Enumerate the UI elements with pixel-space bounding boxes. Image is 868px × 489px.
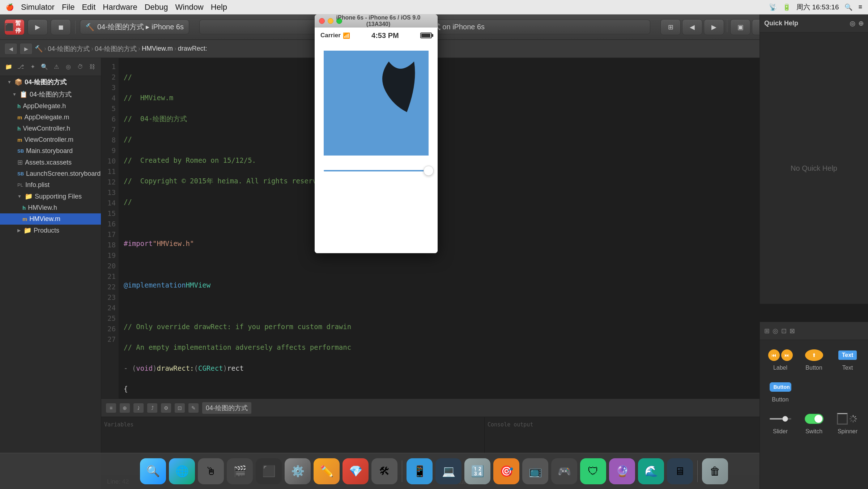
menubar-menu-icon[interactable]: ≡ (858, 3, 862, 11)
breakpoint-btn[interactable]: ⊡ (174, 403, 185, 413)
trace-btn[interactable]: ⤴ (147, 403, 158, 413)
nav-item-viewcontrollerm[interactable]: m ViewController.m (0, 134, 101, 145)
run-button[interactable]: ▶ (27, 19, 48, 35)
nav-item-products[interactable]: ▶ 📁 Products (0, 225, 101, 236)
ui-comp-segmented[interactable]: Button 1 2 Button (763, 375, 797, 407)
editor-view-btn[interactable]: ⊞ (660, 19, 681, 35)
dock-sketch[interactable]: ✏️ (314, 458, 340, 484)
quick-help-icon-1[interactable]: ◎ (850, 20, 855, 27)
ui-comp-spinner[interactable]: Spinner (831, 407, 864, 439)
iphone-slider-track[interactable] (324, 170, 429, 171)
menu-help[interactable]: Help (211, 3, 227, 12)
nav-item-hmviewh[interactable]: h HMView.h (0, 202, 101, 213)
ui-comp-text-text: Text (842, 365, 853, 371)
scheme-selector[interactable]: 🔨 04-绘图的方式 ▸ iPhone 6s (80, 20, 189, 34)
breadcrumb-segment-1[interactable]: 🔨 (35, 45, 43, 53)
nav-item-assets[interactable]: ⊞ Assets.xcassets (0, 157, 101, 168)
nav-item-hmviewm[interactable]: m HMView.m (0, 213, 101, 225)
code-content[interactable]: // // HMView.m // 04-绘图的方式 // // Created… (119, 58, 868, 399)
dock-app10[interactable]: 🛡 (580, 458, 606, 484)
jump-btn[interactable]: ⤸ (133, 403, 144, 413)
quick-help-icon-2[interactable]: ⊕ (858, 20, 864, 27)
nav-search-btn[interactable]: 🔍 (39, 61, 50, 73)
editor-single-btn[interactable]: ▣ (730, 19, 750, 35)
code-line-5: // Created by Romeo on 15/12/5. (124, 155, 863, 166)
dock-media[interactable]: 🎬 (227, 458, 253, 484)
nav-history-btn[interactable]: ⏱ (75, 61, 86, 73)
nav-test-btn[interactable]: ◎ (63, 61, 74, 73)
menu-debug[interactable]: Debug (145, 3, 168, 12)
ui-comp-label[interactable]: ⏮ ⏭ Label (763, 344, 797, 375)
nav-item-launchscreen[interactable]: SB LaunchScreen.storyboard (0, 168, 101, 179)
ui-comp-empty-1 (797, 375, 831, 407)
ui-comp-button[interactable]: ⬆ Button (797, 344, 831, 375)
stop-square-button[interactable]: ◼ (51, 19, 71, 35)
nav-item-appdelegateh[interactable]: h AppDelegate.h (0, 101, 101, 112)
nav-item-viewcontrollerh[interactable]: h ViewController.h (0, 123, 101, 134)
dock-app1[interactable]: ⚙️ (285, 458, 311, 484)
nav-break-btn[interactable]: ⛓ (86, 61, 98, 73)
apple-menu[interactable]: 🍎 (6, 3, 14, 11)
dock-app12[interactable]: 🌊 (638, 458, 664, 484)
dock-app9[interactable]: 🎮 (551, 458, 577, 484)
breadcrumb-current[interactable]: drawRect: (178, 45, 207, 52)
menu-hardware[interactable]: Hardware (103, 3, 137, 12)
back-nav-btn[interactable]: ◀ (682, 19, 702, 35)
dock-app4[interactable]: 📱 (407, 458, 433, 484)
nav-git-btn[interactable]: ⎇ (15, 61, 26, 73)
nav-item-project[interactable]: ▼ 📋 04-绘图的方式 (0, 88, 101, 101)
nav-item-infoplist[interactable]: PL Info.plist (0, 179, 101, 191)
ui-comp-slider[interactable]: Slider (763, 407, 797, 439)
dock-finder[interactable]: 🔍 (140, 458, 166, 484)
ui-comp-icon-1[interactable]: ⊞ (764, 327, 770, 335)
simulator-title: iPhone 6s - iPhone 6s / iOS 9.0 (13A340) (323, 14, 433, 27)
bookmark-btn[interactable]: ⊕ (119, 403, 130, 413)
menu-file[interactable]: File (62, 3, 75, 12)
menu-simulator[interactable]: Simulator (21, 3, 55, 12)
dock-mouse[interactable]: 🖱 (198, 458, 224, 484)
nav-forward-button[interactable]: ▶ (20, 43, 33, 55)
dock-app2[interactable]: 💎 (342, 458, 369, 484)
nav-warning-btn[interactable]: ⚠ (51, 61, 62, 73)
ui-comp-icon-2[interactable]: ◎ (773, 327, 778, 335)
simulator-window: iPhone 6s - iPhone 6s / iOS 9.0 (13A340)… (315, 14, 438, 253)
bottom-scheme-label[interactable]: 04-绘图的方式 (202, 402, 252, 414)
code-area[interactable]: 12345 678910 1112131415 1617181920 21222… (101, 58, 868, 399)
breadcrumb-segment-2[interactable]: 04-绘图的方式 (48, 44, 90, 53)
nav-item-mainstoryboard[interactable]: SB Main.storyboard (0, 145, 101, 157)
dock-app8[interactable]: 📺 (522, 458, 548, 484)
dock-safari[interactable]: 🌐 (169, 458, 195, 484)
forward-nav-btn[interactable]: ▶ (704, 19, 724, 35)
dock-app5[interactable]: 💻 (435, 458, 461, 484)
ui-comp-switch[interactable]: Switch (797, 407, 831, 439)
dock-cmd[interactable]: ⬛ (256, 458, 282, 484)
menu-window[interactable]: Window (175, 3, 204, 12)
dock-app13[interactable]: 🖥 (667, 458, 693, 484)
more-btn[interactable]: ✎ (188, 403, 199, 413)
breadcrumb-segment-4[interactable]: HMView.m (142, 45, 173, 52)
stop-button[interactable]: ⬛ 暂停 (4, 19, 25, 35)
nav-symbol-btn[interactable]: ✦ (27, 61, 38, 73)
menubar-search[interactable]: 🔍 (844, 3, 852, 11)
fix-btn[interactable]: ⚙ (161, 403, 171, 413)
ui-comp-text[interactable]: Text Text (831, 344, 864, 375)
code-editor: 12345 678910 1112131415 1617181920 21222… (101, 58, 868, 489)
gutter-btn[interactable]: ≡ (106, 403, 116, 413)
ui-comp-icon-4[interactable]: ⊠ (790, 327, 795, 335)
breadcrumb-segment-3[interactable]: 04-绘图的方式 (95, 44, 137, 53)
quick-help-title: Quick Help (764, 20, 798, 27)
dock-app11[interactable]: 🔮 (609, 458, 635, 484)
ui-comp-icon-3[interactable]: ⊡ (781, 327, 787, 335)
dock-app7[interactable]: 🎯 (493, 458, 519, 484)
iphone-slider-thumb[interactable] (424, 166, 434, 176)
nav-item-appdelegatem[interactable]: m AppDelegate.m (0, 112, 101, 123)
nav-back-button[interactable]: ◀ (4, 43, 17, 55)
dock-app6[interactable]: 🔢 (464, 458, 490, 484)
nav-item-root[interactable]: ▼ 📦 04-绘图的方式 (0, 76, 101, 88)
nav-folder-btn[interactable]: 📁 (3, 61, 14, 73)
menu-edit[interactable]: Edit (82, 3, 95, 12)
dock-app3[interactable]: 🛠 (371, 458, 397, 484)
nav-item-supporting-files[interactable]: ▼ 📁 Supporting Files (0, 191, 101, 202)
dock-trash[interactable]: 🗑 (702, 458, 728, 484)
file-label-viewcontrollerm: ViewController.m (24, 136, 73, 144)
